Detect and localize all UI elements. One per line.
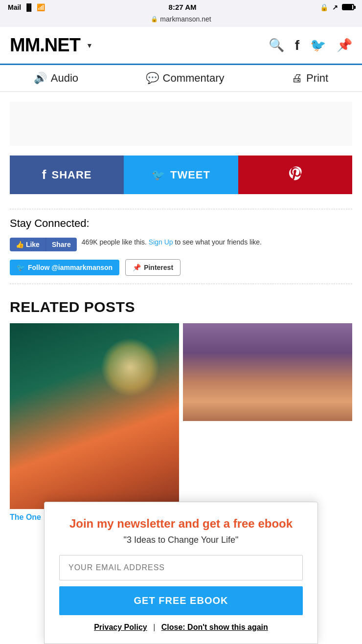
- fb-buttons: 👍 Like Share: [10, 238, 77, 251]
- lock-screen-icon: 🔒: [320, 3, 328, 11]
- status-bar: Mail ▐▌ 📶 8:27 AM 🔒 ↗: [0, 0, 362, 13]
- status-time: 8:27 AM: [169, 3, 197, 11]
- url-text: markmanson.net: [160, 15, 211, 23]
- share-buttons: f SHARE 🐦 TWEET: [10, 155, 352, 194]
- related-posts-grid: The One: [10, 323, 352, 524]
- fb-count-number: 469K people like this.: [82, 238, 147, 246]
- twitter-icon[interactable]: 🐦: [310, 38, 326, 53]
- stay-connected-section: Stay Connected: 👍 Like Share 469K people…: [10, 209, 352, 284]
- search-icon[interactable]: 🔍: [269, 38, 284, 53]
- header-left: MM.NET ▼: [10, 35, 93, 56]
- print-icon: 🖨: [292, 72, 302, 85]
- facebook-share-small-button[interactable]: Share: [45, 238, 77, 251]
- audio-icon: 🔊: [34, 72, 47, 85]
- pinterest-follow-icon: 📌: [133, 264, 141, 271]
- location-icon: ↗: [332, 3, 338, 11]
- twitter-share-label: TWEET: [170, 169, 210, 181]
- dropdown-arrow-icon[interactable]: ▼: [86, 42, 93, 49]
- twitter-follow-label: Follow @iammarkmanson: [28, 264, 113, 271]
- header-icons: 🔍 f 🐦 📌: [269, 38, 352, 53]
- battery-icon: [342, 4, 354, 10]
- fb-signup-suffix: to see what your friends like.: [175, 238, 262, 246]
- app-name: Mail: [8, 3, 21, 11]
- content-area: f SHARE 🐦 TWEET Stay Connected: 👍 Like S…: [0, 92, 362, 543]
- twitter-follow-icon: 🐦: [17, 264, 25, 271]
- nav-item-audio[interactable]: 🔊 Audio: [34, 72, 78, 85]
- fb-count-text: 469K people like this. Sign Up to see wh…: [82, 238, 262, 247]
- newsletter-popup: Join my newsletter and get a free ebook …: [44, 502, 318, 543]
- nav-commentary-label: Commentary: [163, 72, 225, 85]
- facebook-share-button[interactable]: f SHARE: [10, 155, 124, 194]
- pinterest-share-button[interactable]: [238, 155, 352, 194]
- related-card-1[interactable]: The One: [10, 323, 179, 524]
- twitter-share-icon: 🐦: [152, 169, 165, 181]
- site-logo[interactable]: MM.NET: [10, 35, 80, 56]
- url-bar[interactable]: 🔒 markmanson.net: [0, 13, 362, 27]
- social-follow: 🐦 Follow @iammarkmanson 📌 Pinterest: [10, 259, 352, 276]
- stay-connected-title: Stay Connected:: [10, 217, 352, 230]
- wifi-icon: 📶: [37, 3, 45, 11]
- commentary-icon: 💬: [146, 72, 159, 85]
- facebook-share-label: SHARE: [51, 169, 91, 181]
- site-header: MM.NET ▼ 🔍 f 🐦 📌: [0, 27, 362, 65]
- related-posts-section: RELATED POSTS The One: [10, 299, 352, 524]
- related-card-2[interactable]: [183, 323, 352, 524]
- ad-space: [10, 102, 352, 146]
- facebook-icon[interactable]: f: [295, 38, 299, 53]
- related-thumb-1: [10, 323, 179, 509]
- facebook-like-button[interactable]: 👍 Like: [10, 238, 45, 251]
- newsletter-subtitle: "3 Ideas to Change Your Life": [59, 535, 303, 543]
- twitter-follow-button[interactable]: 🐦 Follow @iammarkmanson: [10, 260, 119, 275]
- nav-bar: 🔊 Audio 💬 Commentary 🖨 Print: [0, 65, 362, 92]
- fb-signup-link[interactable]: Sign Up: [149, 238, 173, 246]
- pinterest-icon[interactable]: 📌: [337, 38, 352, 53]
- status-left: Mail ▐▌ 📶: [8, 3, 45, 11]
- related-posts-title: RELATED POSTS: [10, 299, 352, 315]
- pinterest-follow-label: Pinterest: [144, 264, 173, 271]
- nav-item-print[interactable]: 🖨 Print: [292, 72, 328, 85]
- twitter-share-button[interactable]: 🐦 TWEET: [124, 155, 238, 194]
- nav-print-label: Print: [306, 72, 328, 85]
- status-right: 🔒 ↗: [320, 3, 354, 11]
- lock-icon: 🔒: [151, 16, 158, 22]
- pinterest-share-icon: [287, 165, 303, 184]
- nav-item-commentary[interactable]: 💬 Commentary: [146, 72, 225, 85]
- related-thumb-2: [183, 323, 352, 421]
- facebook-share-icon: f: [42, 167, 47, 182]
- nav-audio-label: Audio: [51, 72, 78, 85]
- pinterest-follow-button[interactable]: 📌 Pinterest: [125, 259, 181, 276]
- fb-like-area: 👍 Like Share 469K people like this. Sign…: [10, 238, 352, 251]
- signal-bars-icon: ▐▌: [24, 3, 34, 11]
- newsletter-title: Join my newsletter and get a free ebook: [59, 516, 303, 531]
